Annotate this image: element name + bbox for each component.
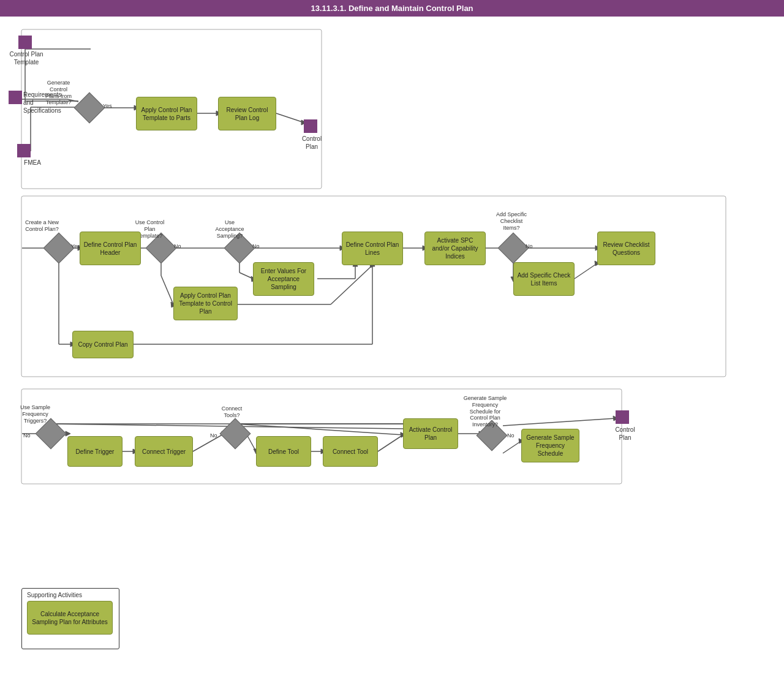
diamond-create-new: [43, 233, 75, 264]
svg-line-34: [239, 273, 253, 279]
label-yes-d1: Yes: [103, 103, 112, 110]
page-title: 13.11.3.1. Define and Maintain Control P…: [0, 0, 784, 17]
process-enter-values[interactable]: Enter Values For Acceptance Sampling: [253, 262, 314, 296]
label-generate-control-plans: GenerateControlPlans fromTemplate?: [36, 80, 81, 106]
process-connect-tool[interactable]: Connect Tool: [323, 436, 378, 467]
data-box-fmea: [17, 144, 31, 157]
svg-line-68: [378, 435, 403, 451]
process-define-header[interactable]: Define Control Plan Header: [80, 232, 141, 265]
label-add-checklist: Add SpecificChecklistItems?: [484, 211, 539, 231]
label-no-d8: No: [507, 432, 514, 440]
process-generate-schedule[interactable]: Generate Sample Frequency Schedule: [521, 429, 579, 462]
svg-line-77: [503, 418, 616, 426]
svg-line-29: [331, 265, 372, 304]
process-apply-template-control-plan[interactable]: Apply Control Plan Template to Control P…: [173, 287, 238, 320]
process-define-lines[interactable]: Define Control Plan Lines: [342, 232, 403, 265]
supporting-title: Supporting Activities: [27, 592, 82, 598]
svg-line-26: [161, 276, 173, 304]
process-apply-template-parts[interactable]: Apply Control Plan Template to Parts: [136, 97, 197, 130]
process-calculate-sampling[interactable]: Calculate Acceptance Sampling Plan for A…: [27, 601, 113, 635]
diamond-connect-tools: [220, 418, 251, 450]
data-box-control-plan-1: [304, 119, 317, 133]
data-box-control-plan-2: [616, 410, 629, 424]
supporting-activities-box: Supporting Activities Calculate Acceptan…: [21, 588, 119, 649]
svg-line-62: [193, 434, 224, 451]
diamond-add-checklist: [498, 233, 529, 264]
process-define-tool[interactable]: Define Tool: [256, 436, 311, 467]
label-use-acceptance: UseAcceptanceSampling?: [208, 219, 251, 239]
label-yes-d2: Yes: [71, 243, 80, 251]
label-use-sample-triggers: Use SampleFrequencyTriggers?: [12, 404, 58, 424]
label-fmea: FMEA: [17, 159, 48, 167]
label-no-d5: No: [526, 243, 533, 251]
svg-line-70: [235, 424, 403, 435]
process-connect-trigger[interactable]: Connect Trigger: [135, 436, 193, 467]
data-box-control-plan-template: [18, 36, 32, 49]
label-no-d3: No: [174, 243, 181, 251]
process-add-checklist-items[interactable]: Add Specific Check List Items: [513, 262, 575, 296]
label-no-d4: No: [252, 243, 260, 251]
label-control-plan-2: Control Plan: [608, 426, 642, 442]
label-control-plan-1: Control Plan: [296, 135, 327, 151]
process-define-trigger[interactable]: Define Trigger: [67, 436, 123, 467]
process-review-checklist[interactable]: Review Checklist Questions: [597, 232, 655, 265]
label-no-d6: No: [23, 432, 31, 440]
label-generate-schedule: Generate SampleFrequencySchedule forCont…: [454, 395, 516, 428]
label-connect-tools: ConnectTools?: [212, 405, 252, 419]
label-create-new: Create a NewControl Plan?: [22, 219, 62, 233]
process-review-control-plan-log[interactable]: Review Control Plan Log: [218, 97, 276, 130]
svg-line-48: [575, 263, 597, 279]
diagram-container: 13.11.3.1. Define and Maintain Control P…: [0, 0, 784, 686]
process-activate-spc[interactable]: Activate SPC and/or Capability Indices: [424, 232, 486, 265]
svg-line-15: [276, 113, 304, 123]
process-activate-control-plan[interactable]: Activate Control Plan: [403, 418, 458, 449]
label-no-d7: No: [210, 432, 217, 440]
process-copy-control-plan[interactable]: Copy Control Plan: [72, 331, 134, 358]
label-control-plan-template: Control Plan Template: [5, 50, 48, 66]
svg-line-75: [503, 441, 521, 453]
